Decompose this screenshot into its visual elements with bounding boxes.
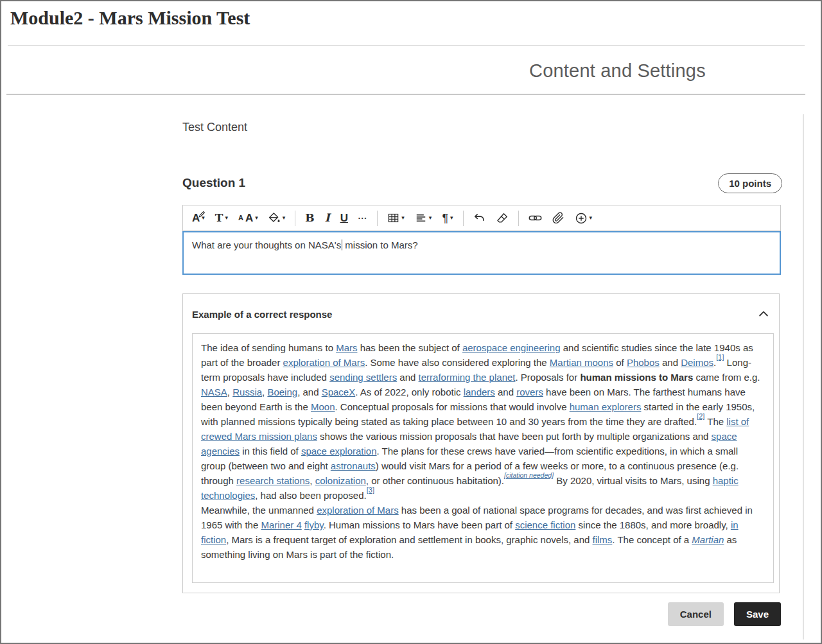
- clear-formatting-button[interactable]: [491, 208, 514, 229]
- save-button[interactable]: Save: [734, 602, 781, 626]
- dropdown-caret-icon: ▾: [255, 215, 258, 221]
- dropdown-caret-icon: ▾: [590, 215, 593, 221]
- insert-content-button[interactable]: ▾: [570, 208, 598, 229]
- wiki-link[interactable]: terraforming the planet: [419, 372, 516, 383]
- wiki-link[interactable]: aerospace engineering: [462, 342, 561, 353]
- test-content-label: Test Content: [182, 121, 247, 134]
- wiki-link[interactable]: Russia: [232, 387, 262, 397]
- wiki-link[interactable]: NASA: [201, 387, 227, 397]
- example-response-header[interactable]: Example of a correct response: [183, 294, 779, 320]
- citation-ref-link[interactable]: [2]: [697, 412, 704, 420]
- question-text: mission to Mars?: [342, 239, 418, 250]
- body-text: ,: [310, 475, 315, 486]
- wiki-link[interactable]: science fiction: [515, 519, 575, 530]
- wiki-link[interactable]: sending settlers: [329, 372, 397, 383]
- body-text: The: [704, 416, 726, 427]
- ellipsis-icon: •••: [358, 216, 367, 221]
- insert-link-button[interactable]: [523, 208, 547, 229]
- body-text: . Proposals for: [515, 372, 580, 383]
- body-text: has been the subject of: [357, 342, 462, 353]
- wiki-link[interactable]: Moon: [311, 401, 335, 412]
- text-style-icon: A: [192, 213, 200, 223]
- text-align-button[interactable]: ▾: [410, 208, 437, 229]
- citation-ref-link[interactable]: [1]: [716, 353, 724, 361]
- body-text: . As of 2022, only robotic: [355, 387, 463, 397]
- wiki-link[interactable]: landers: [464, 387, 495, 397]
- more-options-button[interactable]: •••: [353, 208, 372, 229]
- font-size-icon: A: [238, 214, 243, 222]
- page-title: Module2 - Mars Mission Test: [10, 4, 250, 32]
- body-text: The idea of sending humans to: [201, 342, 336, 353]
- example-response-text: The idea of sending humans to Mars has b…: [201, 340, 765, 562]
- wiki-link[interactable]: films: [593, 534, 613, 545]
- wiki-link[interactable]: research stations: [236, 475, 310, 486]
- wiki-link[interactable]: SpaceX: [322, 387, 356, 397]
- wiki-link[interactable]: Mariner 4: [261, 519, 301, 530]
- wiki-link[interactable]: Boeing: [267, 387, 297, 397]
- wiki-link[interactable]: Martian moons: [550, 357, 613, 368]
- example-response-editor[interactable]: The idea of sending humans to Mars has b…: [192, 333, 774, 583]
- body-text: . Human missions to Mars have been part …: [324, 519, 515, 530]
- wiki-link[interactable]: Phobos: [627, 357, 660, 368]
- wiki-link[interactable]: space exploration: [301, 446, 377, 457]
- wiki-link[interactable]: astronauts: [331, 460, 376, 471]
- link-icon: [529, 211, 542, 225]
- question-text: What are your thoughts on NASA's: [192, 239, 341, 250]
- italic-button[interactable]: I: [320, 208, 335, 229]
- table-icon: [387, 212, 399, 224]
- attach-file-button[interactable]: [547, 208, 570, 229]
- text-style-button[interactable]: A ▾: [187, 208, 210, 229]
- question-label: Question 1: [182, 176, 245, 190]
- wiki-link[interactable]: exploration of Mars: [317, 505, 399, 516]
- wiki-link[interactable]: exploration of Mars: [283, 357, 365, 368]
- undo-button[interactable]: [468, 208, 491, 229]
- body-text: since the 1880s, and more broadly,: [575, 519, 731, 530]
- font-size-button[interactable]: AA ▾: [233, 208, 263, 229]
- points-pill-button[interactable]: 10 points: [718, 173, 782, 193]
- bold-text: human missions to Mars: [580, 372, 693, 383]
- footer-actions: Cancel Save: [182, 602, 781, 626]
- dropdown-caret-icon: ▾: [450, 215, 453, 221]
- test-editor-window: Module2 - Mars Mission Test Content and …: [0, 0, 822, 644]
- pencil-icon: [198, 211, 206, 218]
- panel-scroll-track[interactable]: [803, 114, 804, 640]
- highlight-color-button[interactable]: ▾: [263, 208, 291, 229]
- bold-icon: B: [305, 213, 314, 223]
- wiki-link[interactable]: rovers: [516, 387, 543, 397]
- wiki-link[interactable]: Martian: [692, 534, 724, 545]
- body-text: . The concept of a: [612, 534, 692, 545]
- body-text: By 2020, virtual visits to Mars, using: [554, 475, 713, 486]
- title-divider: [8, 45, 805, 46]
- underline-button[interactable]: U: [335, 208, 353, 229]
- wiki-link[interactable]: human explorers: [570, 401, 642, 412]
- body-text: in this field of: [240, 446, 301, 457]
- dropdown-caret-icon: ▾: [401, 215, 405, 221]
- body-text: , had also been proposed.: [255, 490, 366, 501]
- body-text: and: [397, 372, 418, 383]
- body-text: of: [613, 357, 627, 368]
- cancel-button[interactable]: Cancel: [668, 602, 724, 626]
- underline-icon: U: [340, 213, 348, 223]
- citation-needed-link[interactable]: [citation needed]: [504, 471, 554, 479]
- wiki-link[interactable]: flyby: [304, 519, 324, 530]
- toolbar-divider: [377, 211, 378, 226]
- example-response-panel: Example of a correct response The idea o…: [182, 293, 780, 593]
- body-text: . Some have also considered exploring th…: [365, 357, 550, 368]
- wiki-link[interactable]: Deimos: [681, 357, 713, 368]
- bold-button[interactable]: B: [300, 208, 319, 229]
- insert-table-button[interactable]: ▾: [382, 208, 410, 229]
- paragraph-style-button[interactable]: ¶ ▾: [437, 208, 458, 229]
- dropdown-caret-icon: ▾: [283, 215, 286, 221]
- font-face-icon: T: [215, 213, 223, 223]
- wiki-link[interactable]: colonization: [315, 475, 366, 486]
- body-text: , and: [297, 387, 322, 397]
- undo-icon: [473, 212, 486, 225]
- rich-text-toolbar: A ▾ T ▾ AA ▾ ▾ B I U ••• ▾ ▾ ¶ ▾: [182, 205, 781, 231]
- question-text-editor[interactable]: What are your thoughts on NASA's mission…: [182, 231, 781, 275]
- citation-ref-link[interactable]: [3]: [367, 486, 374, 494]
- toolbar-divider: [295, 211, 295, 226]
- font-face-button[interactable]: T ▾: [210, 208, 233, 229]
- body-text: , or other continuous habitation).: [366, 475, 504, 486]
- wiki-link[interactable]: Mars: [336, 342, 357, 353]
- collapse-button[interactable]: [757, 308, 770, 320]
